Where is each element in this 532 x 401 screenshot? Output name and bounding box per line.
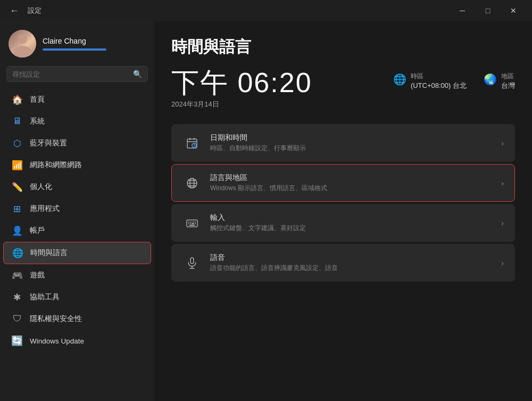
sidebar-item-accounts[interactable]: 👤 帳戶 bbox=[3, 220, 151, 241]
sidebar-item-label: 首頁 bbox=[30, 95, 45, 104]
timezone-item: 🌐 時區 (UTC+08:00) 台北 bbox=[393, 72, 467, 91]
speech-icon bbox=[182, 253, 202, 273]
settings-list: 日期和時間 時區、自動時鐘設定、行事曆顯示 › 語言與地區 bbox=[171, 124, 515, 282]
svg-rect-23 bbox=[190, 258, 194, 264]
network-icon: 📶 bbox=[12, 160, 22, 170]
language-desc: Windows 顯示語言、慣用語言、區域格式 bbox=[210, 184, 493, 193]
input-title: 輸入 bbox=[210, 213, 493, 223]
sidebar-item-label: Windows Update bbox=[30, 337, 84, 345]
speech-desc: 語音功能的語言、語音辨識麥克風設定、語音 bbox=[210, 264, 493, 273]
time-section: 下午 06:20 2024年3月14日 🌐 時區 (UTC+08:00) 台北 … bbox=[171, 69, 515, 109]
search-input[interactable] bbox=[12, 70, 129, 78]
search-icon: 🔍 bbox=[133, 70, 142, 78]
setting-datetime[interactable]: 日期和時間 時區、自動時鐘設定、行事曆顯示 › bbox=[171, 124, 515, 162]
setting-input[interactable]: 輸入 觸控式鍵盤、文字建議、喜好設定 › bbox=[171, 204, 515, 242]
gaming-icon: 🎮 bbox=[12, 270, 22, 281]
sidebar-item-label: 應用程式 bbox=[30, 204, 60, 214]
title-bar: ← 設定 ─ □ ✕ bbox=[0, 0, 532, 21]
speech-chevron: › bbox=[501, 259, 504, 267]
avatar-image bbox=[9, 30, 36, 58]
language-chevron: › bbox=[501, 179, 504, 187]
avatar bbox=[9, 30, 36, 58]
speech-title: 語音 bbox=[210, 253, 493, 263]
setting-speech[interactable]: 語音 語音功能的語言、語音辨識麥克風設定、語音 › bbox=[171, 244, 515, 282]
language-text: 語言與地區 Windows 顯示語言、慣用語言、區域格式 bbox=[210, 173, 493, 193]
sidebar-item-label: 遊戲 bbox=[30, 271, 45, 280]
speech-text: 語音 語音功能的語言、語音辨識麥克風設定、語音 bbox=[210, 253, 493, 273]
home-icon: 🏠 bbox=[12, 94, 22, 105]
time-left: 下午 06:20 2024年3月14日 bbox=[171, 69, 393, 109]
datetime-text: 日期和時間 時區、自動時鐘設定、行事曆顯示 bbox=[210, 133, 493, 153]
sidebar-item-label: 時間與語言 bbox=[30, 248, 68, 258]
input-chevron: › bbox=[501, 219, 504, 227]
apps-icon: ⊞ bbox=[12, 203, 22, 214]
time-icon: 🌐 bbox=[12, 248, 23, 258]
setting-language[interactable]: 語言與地區 Windows 顯示語言、慣用語言、區域格式 › bbox=[171, 164, 515, 202]
sidebar-item-label: 隱私權與安全性 bbox=[30, 314, 82, 324]
sidebar: Claire Chang 🔍 🏠 首頁 🖥 系統 ⬡ 藍牙與裝置 bbox=[0, 21, 154, 401]
accessibility-icon: ✱ bbox=[12, 292, 22, 302]
input-icon bbox=[182, 214, 202, 233]
privacy-icon: 🛡 bbox=[12, 314, 22, 324]
sidebar-item-windows-update[interactable]: 🔄 Windows Update bbox=[3, 330, 151, 351]
region-item: 🌏 地區 台灣 bbox=[484, 72, 515, 91]
search-box: 🔍 bbox=[6, 66, 148, 82]
search-wrapper: 🔍 bbox=[0, 64, 154, 86]
sidebar-item-personalize[interactable]: ✏️ 個人化 bbox=[3, 176, 151, 198]
sidebar-item-apps[interactable]: ⊞ 應用程式 bbox=[3, 198, 151, 219]
user-name: Claire Chang bbox=[43, 37, 106, 45]
sidebar-item-label: 帳戶 bbox=[30, 226, 45, 235]
region-icon: 🌏 bbox=[484, 73, 497, 86]
sidebar-item-label: 網路和網際網路 bbox=[30, 160, 82, 170]
input-desc: 觸控式鍵盤、文字建議、喜好設定 bbox=[210, 224, 493, 233]
app-container: Claire Chang 🔍 🏠 首頁 🖥 系統 ⬡ 藍牙與裝置 bbox=[0, 21, 532, 401]
back-button[interactable]: ← bbox=[6, 3, 22, 19]
title-bar-left: ← 設定 bbox=[6, 3, 41, 19]
system-icon: 🖥 bbox=[12, 116, 22, 127]
sidebar-item-accessibility[interactable]: ✱ 協助工具 bbox=[3, 287, 151, 308]
nav-list: 🏠 首頁 🖥 系統 ⬡ 藍牙與裝置 📶 網路和網際網路 ✏️ 個人化 ⊞ 應用 bbox=[0, 86, 154, 401]
region-label: 地區 bbox=[501, 72, 515, 81]
timezone-label: 時區 bbox=[411, 72, 467, 81]
sidebar-item-network[interactable]: 📶 網路和網際網路 bbox=[3, 154, 151, 176]
region-value: 台灣 bbox=[501, 81, 515, 91]
bluetooth-icon: ⬡ bbox=[12, 138, 22, 149]
page-title: 時間與語言 bbox=[171, 36, 515, 58]
accounts-icon: 👤 bbox=[12, 225, 22, 236]
datetime-chevron: › bbox=[501, 139, 504, 148]
user-info: Claire Chang bbox=[43, 37, 106, 51]
input-text: 輸入 觸控式鍵盤、文字建議、喜好設定 bbox=[210, 213, 493, 233]
sidebar-item-privacy[interactable]: 🛡 隱私權與安全性 bbox=[3, 308, 151, 330]
region-text: 地區 台灣 bbox=[501, 72, 515, 91]
title-bar-title: 設定 bbox=[28, 6, 41, 15]
sidebar-item-label: 系統 bbox=[30, 117, 45, 126]
sidebar-item-time[interactable]: 🌐 時間與語言 bbox=[3, 242, 151, 264]
timezone-value: (UTC+08:00) 台北 bbox=[411, 81, 467, 91]
time-display: 下午 06:20 bbox=[171, 69, 393, 96]
close-button[interactable]: ✕ bbox=[501, 2, 526, 19]
sidebar-item-label: 藍牙與裝置 bbox=[30, 138, 67, 148]
main-content: 時間與語言 下午 06:20 2024年3月14日 🌐 時區 (UTC+08:0… bbox=[154, 21, 532, 401]
title-bar-controls: ─ □ ✕ bbox=[450, 2, 526, 19]
datetime-icon bbox=[182, 134, 202, 153]
sidebar-item-gaming[interactable]: 🎮 遊戲 bbox=[3, 265, 151, 286]
user-section: Claire Chang bbox=[0, 21, 154, 64]
sidebar-item-system[interactable]: 🖥 系統 bbox=[3, 111, 151, 132]
windows-update-icon: 🔄 bbox=[12, 335, 22, 346]
language-icon bbox=[182, 174, 202, 193]
timezone-text: 時區 (UTC+08:00) 台北 bbox=[411, 72, 467, 91]
personalize-icon: ✏️ bbox=[12, 182, 22, 192]
minimize-button[interactable]: ─ bbox=[450, 2, 475, 19]
datetime-title: 日期和時間 bbox=[210, 133, 493, 143]
sidebar-item-bluetooth[interactable]: ⬡ 藍牙與裝置 bbox=[3, 133, 151, 154]
maximize-button[interactable]: □ bbox=[476, 2, 500, 19]
language-title: 語言與地區 bbox=[210, 173, 493, 183]
sidebar-item-label: 個人化 bbox=[30, 182, 52, 192]
date-display: 2024年3月14日 bbox=[171, 100, 393, 109]
svg-line-6 bbox=[194, 145, 195, 146]
user-bar bbox=[43, 48, 106, 51]
sidebar-item-label: 協助工具 bbox=[30, 292, 60, 302]
time-right: 🌐 時區 (UTC+08:00) 台北 🌏 地區 台灣 bbox=[393, 69, 515, 91]
sidebar-item-home[interactable]: 🏠 首頁 bbox=[3, 89, 151, 110]
timezone-icon: 🌐 bbox=[393, 73, 406, 86]
